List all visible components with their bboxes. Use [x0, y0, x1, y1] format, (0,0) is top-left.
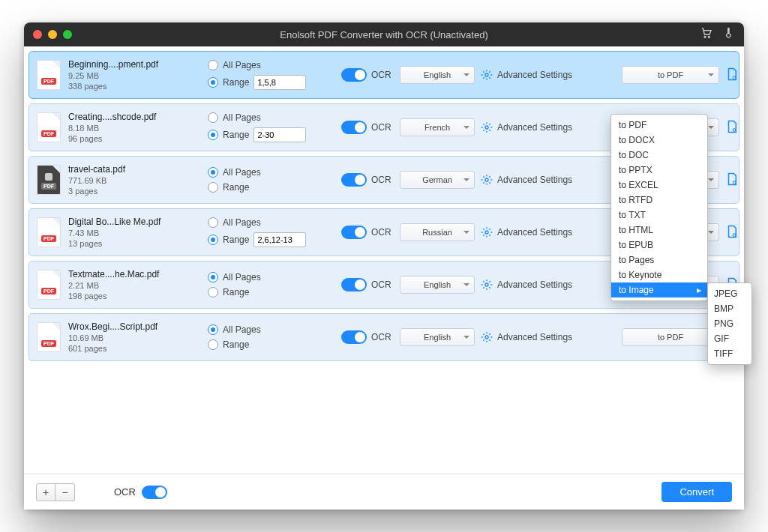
file-type-icon: PDF	[37, 60, 61, 90]
format-option[interactable]: to EPUB	[611, 238, 707, 253]
range-label: Range	[223, 77, 249, 88]
range-input[interactable]	[254, 75, 306, 90]
file-pages: 601 pages	[68, 344, 158, 353]
export-icon[interactable]	[725, 67, 752, 84]
row-ocr-toggle[interactable]	[341, 173, 367, 187]
range-radio[interactable]	[208, 339, 218, 350]
export-icon[interactable]	[725, 172, 752, 189]
export-icon[interactable]	[725, 224, 752, 241]
all-pages-radio[interactable]	[208, 60, 218, 70]
image-format-option[interactable]: TIFF	[708, 346, 752, 361]
image-format-option[interactable]: GIF	[708, 331, 752, 346]
advanced-settings-link[interactable]: Advanced Settings	[497, 175, 572, 185]
convert-button[interactable]: Convert	[662, 482, 732, 502]
file-pages: 96 pages	[68, 134, 156, 143]
svg-point-6	[485, 178, 488, 181]
advanced-settings-link[interactable]: Advanced Settings	[497, 227, 572, 238]
all-pages-label: All Pages	[223, 60, 261, 70]
ocr-label: OCR	[371, 70, 392, 80]
format-dropdown[interactable]: to PDFto DOCXto DOCto PPTXto EXCELto RTF…	[610, 114, 708, 301]
file-type-icon: PDF	[37, 322, 61, 352]
add-file-button[interactable]: +	[36, 483, 56, 501]
file-row[interactable]: PDFBeginning....pment.pdf9.25 MB338 page…	[28, 51, 740, 99]
file-row[interactable]: PDFWrox.Begi....Script.pdf10.69 MB601 pa…	[28, 313, 740, 361]
row-ocr-toggle[interactable]	[341, 68, 367, 82]
file-size: 9.25 MB	[68, 71, 158, 80]
all-pages-radio[interactable]	[208, 272, 218, 282]
ocr-label: OCR	[371, 279, 392, 290]
image-format-option[interactable]: JPEG	[708, 286, 752, 301]
advanced-settings-link[interactable]: Advanced Settings	[497, 332, 572, 342]
format-option[interactable]: to PDF	[611, 118, 707, 133]
range-radio[interactable]	[208, 182, 218, 193]
row-ocr-toggle[interactable]	[341, 278, 367, 291]
file-pages: 13 pages	[68, 239, 160, 248]
range-label: Range	[223, 287, 249, 297]
image-format-option[interactable]: BMP	[708, 301, 752, 316]
range-radio[interactable]	[208, 287, 218, 297]
range-radio[interactable]	[208, 235, 218, 245]
gear-icon	[481, 174, 493, 186]
row-ocr-toggle[interactable]	[341, 330, 367, 344]
bottom-ocr-toggle[interactable]	[142, 486, 167, 499]
range-label: Range	[223, 339, 249, 350]
format-option[interactable]: to HTML	[611, 223, 707, 238]
range-input[interactable]	[254, 127, 306, 142]
format-option[interactable]: to Keynote	[611, 267, 707, 282]
file-size: 10.69 MB	[68, 333, 158, 342]
range-input[interactable]	[254, 232, 306, 247]
file-size: 7.43 MB	[68, 229, 160, 238]
app-window: Enolsoft PDF Converter with OCR (Unactiv…	[24, 22, 744, 510]
file-pages: 338 pages	[68, 82, 158, 91]
all-pages-radio[interactable]	[208, 112, 218, 123]
image-format-option[interactable]: PNG	[708, 316, 752, 331]
file-size: 2.21 MB	[68, 281, 159, 290]
svg-point-8	[485, 231, 488, 234]
file-type-icon: PDF	[37, 217, 61, 247]
format-select[interactable]: to PDF	[622, 66, 719, 84]
format-select[interactable]: to PDF	[622, 328, 719, 346]
format-option[interactable]: to DOC	[611, 148, 707, 163]
format-option[interactable]: to Image	[611, 282, 707, 297]
range-label: Range	[223, 182, 249, 193]
all-pages-label: All Pages	[223, 324, 261, 335]
image-format-submenu[interactable]: JPEGBMPPNGGIFTIFF	[707, 282, 752, 365]
format-option[interactable]: to DOCX	[611, 133, 707, 148]
language-select[interactable]: English	[400, 66, 475, 84]
all-pages-radio[interactable]	[208, 324, 218, 335]
format-option[interactable]: to EXCEL	[611, 178, 707, 193]
file-type-icon: PDF	[37, 270, 61, 300]
svg-point-10	[485, 283, 488, 286]
file-name: Beginning....pment.pdf	[68, 59, 158, 70]
svg-point-12	[485, 336, 488, 339]
titlebar: Enolsoft PDF Converter with OCR (Unactiv…	[24, 22, 744, 46]
language-select[interactable]: German	[400, 171, 475, 189]
row-ocr-toggle[interactable]	[341, 121, 367, 134]
row-ocr-toggle[interactable]	[341, 226, 367, 239]
file-name: Textmate....he.Mac.pdf	[68, 269, 159, 279]
format-option[interactable]: to RTFD	[611, 193, 707, 208]
gear-icon	[481, 331, 493, 343]
advanced-settings-link[interactable]: Advanced Settings	[497, 122, 572, 133]
range-radio[interactable]	[208, 130, 218, 140]
advanced-settings-link[interactable]: Advanced Settings	[497, 70, 572, 80]
language-select[interactable]: English	[400, 328, 475, 346]
gear-icon	[481, 69, 493, 81]
language-select[interactable]: French	[400, 118, 475, 136]
window-title: Enolsoft PDF Converter with OCR (Unactiv…	[24, 29, 744, 40]
file-size: 8.18 MB	[68, 124, 156, 133]
format-option[interactable]: to TXT	[611, 208, 707, 223]
range-radio[interactable]	[208, 77, 218, 88]
format-option[interactable]: to PPTX	[611, 163, 707, 178]
remove-file-button[interactable]: −	[56, 483, 75, 501]
file-pages: 198 pages	[68, 291, 159, 300]
gear-icon	[481, 279, 493, 291]
export-icon[interactable]	[725, 119, 752, 136]
advanced-settings-link[interactable]: Advanced Settings	[497, 279, 572, 290]
format-option[interactable]: to Pages	[611, 253, 707, 267]
svg-point-4	[485, 126, 488, 129]
all-pages-radio[interactable]	[208, 167, 218, 178]
all-pages-radio[interactable]	[208, 217, 218, 228]
language-select[interactable]: English	[400, 276, 475, 294]
language-select[interactable]: Russian	[400, 223, 475, 241]
